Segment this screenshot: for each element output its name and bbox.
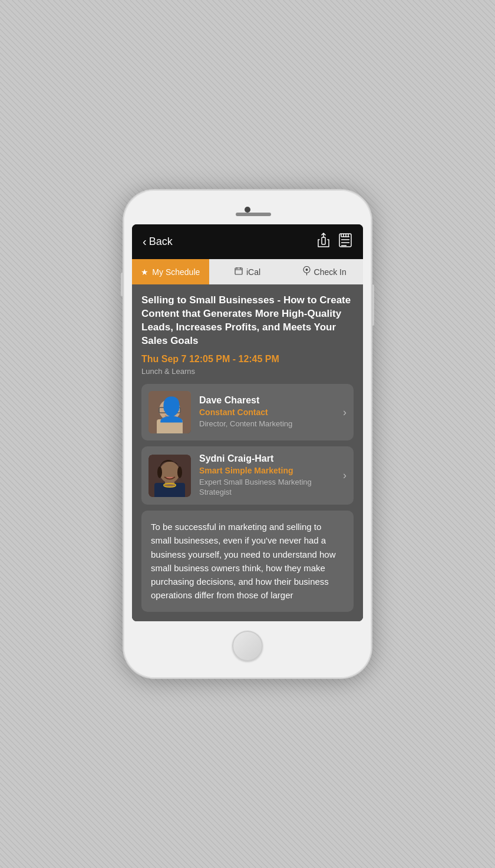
speaker-company-dave: Constant Contact (199, 408, 338, 417)
tab-ical-label: iCal (246, 267, 260, 277)
earpiece-speaker (236, 213, 271, 216)
tab-my-schedule-label: My Schedule (152, 267, 200, 277)
svg-rect-18 (166, 415, 174, 423)
back-chevron-icon: ‹ (143, 235, 147, 249)
session-description-box: To be successful in marketing and sellin… (141, 511, 354, 612)
phone-frame: ‹ Back (124, 190, 371, 677)
tab-check-in-label: Check In (314, 267, 346, 277)
svg-point-15 (305, 269, 308, 271)
speaker-role-dave: Director, Content Marketing (199, 419, 338, 429)
nav-bar: ‹ Back (132, 224, 363, 259)
home-button[interactable] (232, 631, 263, 661)
speaker-role-sydni: Expert Small Business Marketing Strategi… (199, 478, 338, 498)
speaker-avatar-dave (148, 391, 191, 433)
svg-rect-20 (159, 408, 167, 413)
tab-my-schedule[interactable]: ★ My Schedule (132, 259, 209, 284)
svg-rect-21 (173, 408, 180, 413)
phone-bottom (132, 621, 363, 667)
calendar-icon (235, 267, 243, 277)
svg-point-27 (157, 466, 162, 478)
side-button-right (372, 284, 374, 326)
speaker-name-sydni: Sydni Craig-Hart (199, 453, 338, 464)
back-label: Back (149, 236, 173, 248)
side-button-left (121, 273, 123, 296)
notes-icon[interactable] (338, 233, 352, 251)
speaker-info-sydni: Sydni Craig-Hart Smart Simple Marketing … (199, 453, 338, 498)
tab-ical[interactable]: iCal (209, 259, 286, 284)
phone-top (132, 201, 363, 224)
nav-action-icons (317, 233, 352, 251)
session-content: Selling to Small Businesses - How to Cre… (132, 284, 363, 621)
session-title: Selling to Small Businesses - How to Cre… (141, 294, 354, 348)
speaker-name-dave: Dave Charest (199, 395, 338, 406)
back-button[interactable]: ‹ Back (143, 235, 173, 249)
speaker-company-sydni: Smart Simple Marketing (199, 466, 338, 475)
speaker-chevron-dave: › (343, 406, 346, 419)
speaker-chevron-sydni: › (343, 469, 346, 482)
share-icon[interactable] (317, 233, 330, 251)
session-track: Lunch & Learns (141, 367, 354, 376)
phone-screen: ‹ Back (132, 224, 363, 621)
speaker-card-dave[interactable]: Dave Charest Constant Contact Director, … (141, 384, 354, 440)
svg-point-26 (160, 462, 180, 483)
session-time: Thu Sep 7 12:05 PM - 12:45 PM (141, 354, 354, 365)
svg-rect-0 (322, 237, 325, 244)
speaker-card-sydni[interactable]: Sydni Craig-Hart Smart Simple Marketing … (141, 446, 354, 505)
svg-rect-17 (157, 419, 183, 433)
speaker-info-dave: Dave Charest Constant Contact Director, … (199, 395, 338, 429)
svg-point-28 (177, 466, 182, 478)
svg-rect-10 (235, 268, 242, 274)
checkin-icon (303, 266, 311, 277)
tab-bar: ★ My Schedule iCal (132, 259, 363, 284)
speaker-avatar-sydni (148, 455, 191, 497)
session-description: To be successful in marketing and sellin… (151, 520, 344, 602)
svg-point-19 (159, 399, 180, 420)
front-camera (245, 207, 250, 213)
star-icon: ★ (141, 267, 148, 277)
tab-check-in[interactable]: Check In (286, 259, 363, 284)
